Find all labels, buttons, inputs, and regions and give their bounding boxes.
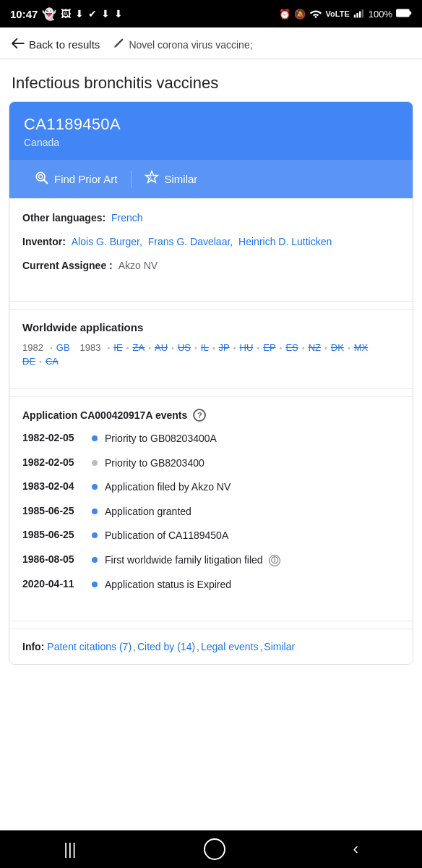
- event-dot-blue-4: [92, 532, 98, 538]
- back-nav-icon: ‹: [353, 840, 358, 859]
- alarm-icon: ⏰: [279, 9, 290, 20]
- legal-events-link[interactable]: Legal events: [201, 641, 258, 652]
- query-text: Novel corona virus vaccine;: [129, 39, 252, 51]
- worldwide-title: Worldwide applications: [22, 321, 400, 333]
- country-za[interactable]: ZA: [133, 342, 145, 353]
- event-date-6: 2020-04-11: [22, 578, 85, 590]
- battery-label: 100%: [369, 9, 392, 20]
- country-mx[interactable]: MX: [354, 342, 369, 353]
- patent-actions-bar: Find Prior Art Σ Similar: [9, 160, 413, 198]
- country-ep[interactable]: EP: [263, 342, 275, 353]
- country-dk[interactable]: DK: [331, 342, 344, 353]
- other-languages-link[interactable]: French: [111, 212, 143, 224]
- country-sep-ca: •: [39, 357, 42, 366]
- bottom-nav-bar: ||| ‹: [0, 830, 422, 868]
- info-sep-2: ,: [197, 641, 199, 652]
- country-il[interactable]: IL: [201, 342, 209, 353]
- info-links-container: Patent citations (7) , Cited by (14) , L…: [47, 641, 295, 652]
- status-bar: 10:47 👻 🖼 ⬇ ✔ ⬇ ⬇ ⏰ 🔕 VoLTE 100%: [0, 0, 422, 27]
- country-es[interactable]: ES: [285, 342, 298, 353]
- back-label: Back to results: [29, 38, 100, 51]
- event-date-2: 1983-02-04: [22, 480, 85, 492]
- patent-card: CA1189450A Canada Find Prior Art Σ Simil…: [9, 101, 413, 665]
- svg-point-9: [39, 175, 43, 179]
- country-sep-us: •: [171, 344, 174, 352]
- events-title-row: Application CA000420917A events ?: [22, 409, 400, 422]
- battery-icon: [396, 9, 412, 20]
- events-title: Application CA000420917A events: [22, 409, 187, 421]
- inventor-1-link[interactable]: Alois G. Burger: [72, 236, 139, 247]
- country-us[interactable]: US: [178, 342, 191, 353]
- country-sep-nz: •: [302, 344, 305, 352]
- event-dot-blue-3: [92, 509, 98, 514]
- event-date-3: 1985-06-25: [22, 505, 85, 516]
- similar-icon: Σ: [145, 170, 159, 188]
- event-row-5: 1986-08-05 First worldwide family litiga…: [22, 553, 400, 568]
- bullet-ie: •: [108, 344, 111, 352]
- country-hu[interactable]: HU: [240, 342, 254, 353]
- events-section: Application CA000420917A events ? 1982-0…: [9, 396, 413, 613]
- find-prior-art-label: Find Prior Art: [54, 173, 118, 185]
- country-de[interactable]: DE: [22, 356, 35, 367]
- country-jp[interactable]: JP: [219, 342, 230, 353]
- svg-line-8: [44, 180, 48, 184]
- event-date-4: 1985-06-25: [22, 529, 85, 540]
- recent-apps-button[interactable]: |||: [64, 840, 76, 859]
- country-nz[interactable]: NZ: [309, 342, 321, 353]
- similar-label: Similar: [165, 173, 198, 185]
- event-desc-2: Application filed by Akzo NV: [105, 480, 400, 495]
- checkmark-icon: ✔: [88, 8, 97, 20]
- patent-details: Other languages: French Inventor: Alois …: [9, 198, 413, 294]
- svg-rect-2: [356, 13, 358, 17]
- patent-citations-link[interactable]: Patent citations (7): [47, 641, 132, 652]
- home-button[interactable]: [204, 838, 225, 860]
- gallery-icon: 🖼: [61, 8, 71, 20]
- similar-info-link[interactable]: Similar: [264, 641, 295, 652]
- assignee-row: Current Assignee : Akzo NV: [22, 258, 400, 273]
- event-row-3: 1985-06-25 Application granted: [22, 505, 400, 519]
- year-row-1982: 1982 • GB 1983 • IE • ZA • AU • US • IL …: [22, 342, 400, 353]
- country-sep-au: •: [148, 344, 151, 352]
- event-dot-gray-1: [92, 460, 98, 466]
- event-row-0: 1982-02-05 Priority to GB08203400A: [22, 432, 400, 446]
- info-section: Info: Patent citations (7) , Cited by (1…: [9, 629, 413, 664]
- back-arrow-icon: [12, 38, 25, 51]
- lte-icon: VoLTE: [326, 9, 350, 18]
- country-ca[interactable]: CA: [46, 356, 59, 367]
- page-title: Infectious bronchitis vaccines: [12, 74, 410, 93]
- country-sep-il: •: [194, 344, 197, 352]
- litigation-info-icon[interactable]: ⓘ: [269, 555, 280, 566]
- assignee-value: Akzo NV: [119, 260, 158, 271]
- country-au[interactable]: AU: [155, 342, 168, 353]
- back-nav-button[interactable]: ‹: [353, 840, 358, 859]
- event-date-5: 1986-08-05: [22, 553, 85, 565]
- inventor-label: Inventor:: [22, 236, 66, 247]
- back-button[interactable]: Back to results: [12, 38, 100, 51]
- inventor-sep-1: ,: [139, 236, 142, 247]
- svg-text:Σ: Σ: [148, 174, 152, 181]
- inventor-2-link[interactable]: Frans G. Davelaar: [148, 236, 231, 247]
- event-date-1: 1982-02-05: [22, 456, 85, 468]
- country-gb[interactable]: GB: [56, 342, 70, 353]
- year-row-1983-continued: DE • CA: [22, 356, 400, 367]
- download-icon-1: ⬇: [75, 8, 84, 20]
- cited-by-link[interactable]: Cited by (14): [137, 641, 195, 652]
- patent-id: CA1189450A: [24, 115, 398, 134]
- page-title-section: Infectious bronchitis vaccines: [0, 59, 422, 101]
- inventor-3-link[interactable]: Heinrich D. Lutticken: [238, 236, 332, 247]
- country-ie[interactable]: IE: [113, 342, 122, 353]
- inventor-sep-2: ,: [230, 236, 233, 247]
- query-section: Novel corona virus vaccine;: [113, 38, 252, 51]
- info-sep-1: ,: [133, 641, 136, 652]
- event-date-0: 1982-02-05: [22, 432, 85, 443]
- mute-icon: 🔕: [294, 9, 306, 20]
- download-icon-2: ⬇: [101, 8, 110, 20]
- country-sep-es: •: [280, 344, 283, 352]
- find-prior-art-button[interactable]: Find Prior Art: [21, 160, 131, 198]
- event-row-1: 1982-02-05 Priority to GB8203400: [22, 456, 400, 471]
- svg-rect-5: [396, 9, 409, 16]
- year-1982: 1982: [22, 342, 43, 353]
- help-circle-icon[interactable]: ?: [193, 409, 206, 422]
- status-time: 10:47: [10, 8, 38, 20]
- similar-button[interactable]: Σ Similar: [132, 160, 211, 198]
